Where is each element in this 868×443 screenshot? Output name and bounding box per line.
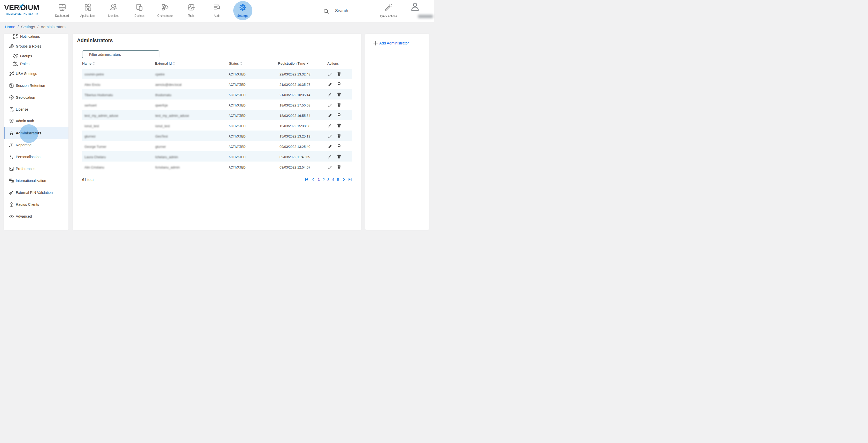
svg-text:A: A: [12, 180, 13, 182]
